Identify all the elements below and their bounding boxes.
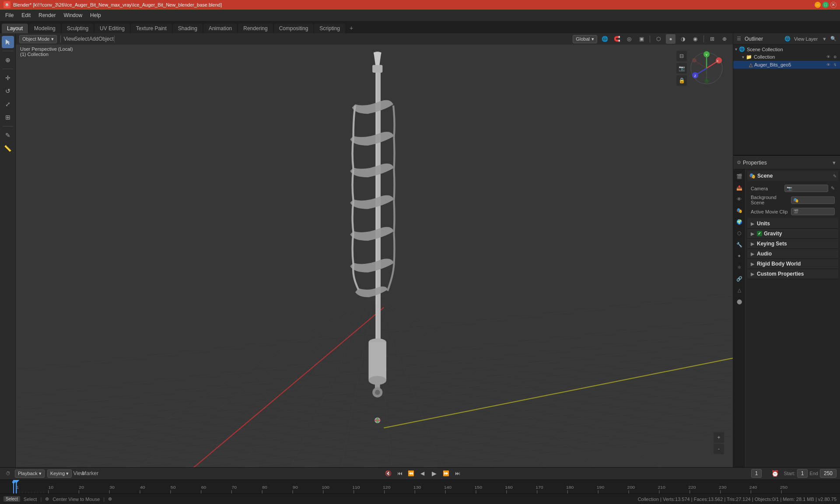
- filter-icon[interactable]: ▼: [822, 36, 827, 42]
- playback-dropdown[interactable]: Playback ▾: [15, 469, 45, 478]
- active-movie-clip-field[interactable]: 🎬: [791, 208, 835, 215]
- custom-properties-section-header[interactable]: ▶ Custom Properties: [747, 269, 838, 279]
- frame-ruler[interactable]: 1 10 20 30 40 50 60 70 8: [0, 480, 840, 494]
- end-frame-display[interactable]: 250: [820, 469, 836, 478]
- auger-object-item[interactable]: △ Auger_Bits_geo5 👁 ↯: [733, 61, 840, 69]
- viewport-select-menu[interactable]: Select: [77, 34, 86, 44]
- world-prop-icon[interactable]: 🌍: [734, 217, 745, 227]
- scene-prop-options-icon[interactable]: ✎: [833, 174, 836, 178]
- transform-tool-button[interactable]: ⊞: [2, 111, 14, 123]
- render-prop-icon[interactable]: 🎬: [734, 171, 745, 182]
- camera-link-icon[interactable]: ✎: [831, 186, 835, 191]
- jump-to-prev-keyframe-btn[interactable]: ⏪: [407, 469, 416, 478]
- particles-prop-icon[interactable]: ✦: [734, 251, 745, 261]
- viewport-sidebar-toggle[interactable]: ⊟: [676, 51, 687, 61]
- keying-dropdown[interactable]: Keying ▾: [47, 469, 72, 478]
- output-prop-icon[interactable]: 📤: [734, 182, 745, 193]
- mute-audio-btn[interactable]: 🔇: [384, 469, 393, 478]
- viewport-add-menu[interactable]: Add: [89, 34, 98, 44]
- cursor-tool-button[interactable]: ⊕: [2, 54, 14, 66]
- viewlayer-prop-icon[interactable]: 👁: [734, 194, 745, 204]
- modifiers-prop-icon[interactable]: 🔧: [734, 239, 745, 250]
- viewport-lock-btn[interactable]: 🔒: [676, 75, 687, 86]
- mesh-restrict-btn[interactable]: ↯: [832, 62, 838, 68]
- menu-render[interactable]: Render: [35, 11, 59, 20]
- outliner-search-icon[interactable]: 🔍: [830, 36, 836, 42]
- prop-filter-icon[interactable]: ▼: [832, 160, 836, 165]
- menu-edit[interactable]: Edit: [18, 11, 34, 20]
- current-frame-display[interactable]: 1: [751, 469, 762, 478]
- units-section-header[interactable]: ▶ Units: [747, 219, 838, 229]
- audio-section-header[interactable]: ▶ Audio: [747, 249, 838, 259]
- viewport-snap-btn[interactable]: 🧲: [612, 34, 622, 44]
- viewport-object-menu[interactable]: Object: [101, 34, 111, 44]
- menu-window[interactable]: Window: [60, 11, 86, 20]
- jump-to-next-keyframe-btn[interactable]: ⏩: [442, 469, 451, 478]
- gravity-checkbox[interactable]: ✓: [757, 231, 762, 236]
- wireframe-mode-btn[interactable]: ⬡: [654, 34, 663, 44]
- play-btn[interactable]: ▶: [430, 469, 439, 478]
- start-frame-display[interactable]: 1: [797, 469, 808, 478]
- scene-collection-item[interactable]: ▾ 🌐 Scene Collection: [733, 46, 840, 53]
- tab-layout[interactable]: Layout: [2, 24, 28, 33]
- annotate-tool-button[interactable]: ✎: [2, 129, 14, 141]
- play-backwards-btn[interactable]: ◀: [418, 469, 427, 478]
- viewport-local-btn[interactable]: 🌐: [600, 34, 609, 44]
- viewport[interactable]: Object Mode ▾ View Select Add Object Glo…: [16, 33, 733, 467]
- svg-text:50: 50: [171, 485, 176, 489]
- select-tool-button[interactable]: [2, 36, 14, 48]
- navigation-gizmo[interactable]: X Y Z: [689, 51, 724, 86]
- object-prop-icon[interactable]: ⬡: [734, 228, 745, 238]
- collection-visibility-btn[interactable]: 👁: [825, 54, 831, 60]
- gravity-section-header[interactable]: ▶ ✓ Gravity: [747, 229, 838, 239]
- global-dropdown[interactable]: Global ▾: [573, 35, 597, 43]
- menu-file[interactable]: File: [2, 11, 17, 20]
- jump-to-first-frame-btn[interactable]: ⏮: [396, 469, 404, 478]
- minimize-button[interactable]: ─: [815, 2, 821, 8]
- keying-sets-section-header[interactable]: ▶ Keying Sets: [747, 239, 838, 249]
- tab-compositing[interactable]: Compositing: [274, 24, 314, 33]
- measure-tool-button[interactable]: 📏: [2, 142, 14, 154]
- mesh-visibility-btn[interactable]: 👁: [825, 62, 831, 68]
- add-workspace-button[interactable]: +: [346, 23, 357, 33]
- viewport-view-menu[interactable]: View: [64, 34, 74, 44]
- tab-rendering[interactable]: Rendering: [238, 24, 273, 33]
- close-button[interactable]: ✕: [830, 2, 836, 8]
- collection-item[interactable]: ▾ 📁 Collection 👁 ⊕: [733, 53, 840, 61]
- tab-sculpting[interactable]: Sculpting: [62, 24, 94, 33]
- jump-to-last-frame-btn[interactable]: ⏭: [453, 469, 462, 478]
- render-mode-btn[interactable]: ◉: [690, 34, 700, 44]
- viewport-camera-btn[interactable]: 📷: [676, 63, 687, 74]
- tab-shading[interactable]: Shading: [173, 24, 203, 33]
- camera-value-field[interactable]: 📷: [784, 185, 828, 192]
- viewport-xray-btn[interactable]: ▣: [637, 34, 646, 44]
- background-scene-field[interactable]: 🎭: [791, 196, 835, 204]
- material-mode-btn[interactable]: ◑: [678, 34, 688, 44]
- zoom-in-btn[interactable]: +: [714, 432, 724, 443]
- solid-mode-btn[interactable]: ●: [666, 34, 676, 44]
- tab-modeling[interactable]: Modeling: [29, 24, 61, 33]
- zoom-out-btn[interactable]: -: [714, 444, 724, 454]
- gizmo-btn[interactable]: ⊕: [720, 34, 729, 44]
- physics-prop-icon[interactable]: ⚛: [734, 262, 745, 273]
- menubar: File Edit Render Window Help: [0, 10, 840, 21]
- tab-texture-paint[interactable]: Texture Paint: [131, 24, 172, 33]
- viewport-proportional-btn[interactable]: ◎: [624, 34, 634, 44]
- tab-scripting[interactable]: Scripting: [314, 24, 345, 33]
- move-tool-button[interactable]: ✛: [2, 72, 14, 84]
- rotate-tool-button[interactable]: ↺: [2, 85, 14, 97]
- scene-prop-icon[interactable]: 🎭: [734, 205, 745, 216]
- mode-dropdown[interactable]: Object Mode ▾: [19, 35, 57, 43]
- timeline-marker-btn[interactable]: Marker: [86, 469, 94, 478]
- data-prop-icon[interactable]: △: [734, 285, 745, 295]
- maximize-button[interactable]: □: [822, 2, 829, 8]
- material-prop-icon[interactable]: ⬤: [734, 296, 745, 307]
- menu-help[interactable]: Help: [87, 11, 105, 20]
- tab-animation[interactable]: Animation: [203, 24, 237, 33]
- tab-uv-editing[interactable]: UV Editing: [94, 24, 130, 33]
- scale-tool-button[interactable]: ⤢: [2, 98, 14, 110]
- constraints-prop-icon[interactable]: 🔗: [734, 273, 745, 284]
- overlay-btn[interactable]: ⊞: [707, 34, 717, 44]
- collection-restrict-btn[interactable]: ⊕: [832, 54, 838, 60]
- rigid-body-world-section-header[interactable]: ▶ Rigid Body World: [747, 259, 838, 269]
